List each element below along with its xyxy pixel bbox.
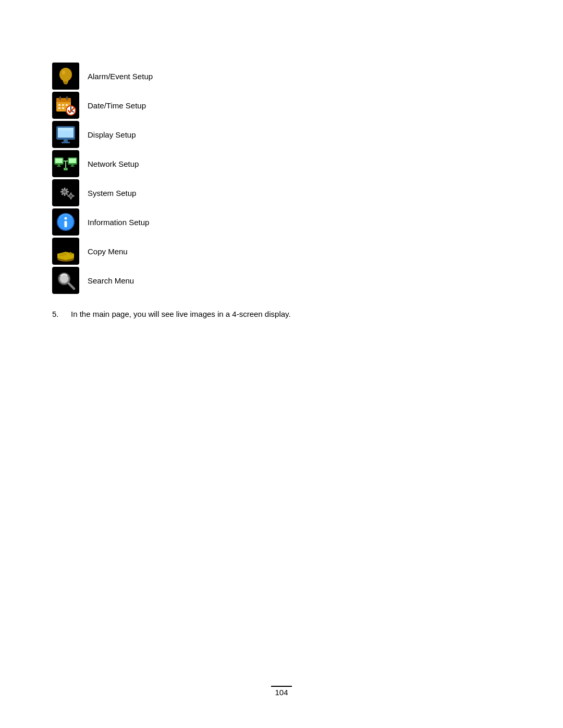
svg-rect-20 [58, 128, 74, 131]
svg-point-37 [66, 169, 67, 170]
page-content: Alarm/Event Setup [0, 0, 563, 360]
svg-rect-12 [59, 96, 61, 100]
svg-rect-27 [57, 166, 61, 167]
svg-rect-11 [62, 107, 64, 109]
svg-rect-52 [68, 195, 70, 197]
network-label: Network Setup [88, 159, 139, 168]
svg-rect-6 [56, 98, 71, 102]
menu-list: Alarm/Event Setup [52, 63, 511, 294]
search-menu-icon [52, 267, 79, 294]
svg-rect-42 [60, 191, 63, 193]
svg-rect-25 [55, 158, 63, 160]
information-icon [52, 208, 79, 236]
list-item: Search Menu [52, 267, 511, 294]
list-item: Information Setup [52, 208, 511, 236]
system-label: System Setup [88, 189, 136, 198]
step-number: 5. [52, 310, 63, 318]
copy-menu-label: Copy Menu [88, 247, 128, 256]
step-5: 5. In the main page, you will see live i… [52, 310, 511, 318]
svg-point-4 [62, 70, 65, 75]
page-number: 104 [275, 688, 288, 697]
svg-rect-50 [70, 193, 72, 195]
svg-rect-8 [62, 104, 64, 106]
system-icon [52, 179, 79, 206]
list-item: System Setup [52, 179, 511, 206]
svg-point-39 [63, 190, 66, 193]
list-item: Date/Time Setup [52, 92, 511, 119]
information-label: Information Setup [88, 218, 149, 227]
alarm-event-icon [52, 63, 79, 90]
svg-point-36 [64, 169, 65, 170]
list-item: Display Setup [52, 121, 511, 148]
svg-rect-7 [58, 104, 60, 106]
page-number-line [271, 686, 292, 687]
svg-rect-13 [66, 96, 68, 100]
copy-menu-icon [52, 238, 79, 265]
page-footer: 104 [0, 686, 563, 697]
svg-rect-22 [62, 142, 70, 143]
datetime-icon [52, 92, 79, 119]
svg-rect-43 [67, 191, 69, 193]
alarm-event-label: Alarm/Event Setup [88, 72, 153, 81]
svg-point-49 [70, 195, 72, 198]
svg-line-65 [68, 283, 74, 289]
svg-rect-53 [72, 195, 75, 197]
svg-rect-9 [66, 104, 68, 106]
display-icon [52, 121, 79, 148]
network-icon [52, 150, 79, 177]
datetime-label: Date/Time Setup [88, 101, 146, 110]
step-text-content: In the main page, you will see live imag… [71, 310, 291, 318]
list-item: Copy Menu [52, 238, 511, 265]
svg-rect-32 [70, 166, 75, 167]
svg-rect-3 [65, 68, 67, 70]
svg-rect-57 [65, 221, 67, 227]
svg-point-2 [64, 81, 68, 84]
display-label: Display Setup [88, 130, 136, 139]
list-item: Network Setup [52, 150, 511, 177]
svg-point-56 [65, 217, 67, 220]
svg-rect-40 [64, 188, 66, 190]
svg-rect-41 [64, 194, 66, 196]
search-menu-label: Search Menu [88, 276, 134, 285]
svg-rect-30 [69, 158, 76, 160]
svg-rect-10 [58, 107, 60, 109]
svg-rect-51 [70, 198, 72, 200]
list-item: Alarm/Event Setup [52, 63, 511, 90]
